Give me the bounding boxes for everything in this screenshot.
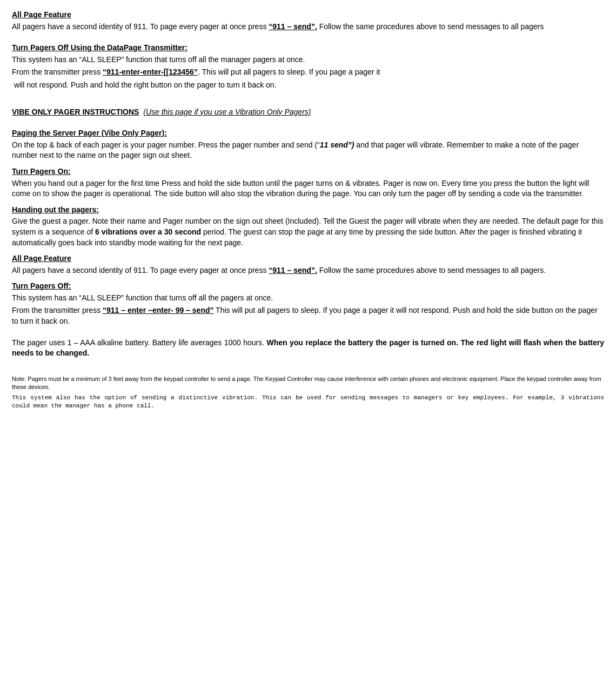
command-vibe-off: “911 – enter –enter- 99 – send” [103, 306, 213, 314]
turn-off-datapage-para3: will not respond. Push and hold the righ… [12, 80, 604, 91]
command-911-send-1: “911 – send”. [269, 22, 317, 31]
turn-off-vibe-para2: From the transmitter press “911 – enter … [12, 305, 604, 326]
paging-server-para: On the top & back of each pager is your … [12, 140, 604, 161]
turn-off-datapage-para1: This system has an “ALL SLEEP” function … [12, 55, 604, 65]
battery-para: The pager uses 1 – AAA alkaline battery.… [12, 338, 604, 359]
section-battery-info: The pager uses 1 – AAA alkaline battery.… [12, 338, 604, 359]
note-para1: Note: Pagers must be a minimum of 3 feet… [12, 375, 604, 392]
handing-out-para: Give the guest a pager. Note their name … [12, 216, 604, 248]
all-page-feature-1-para: All pagers have a second identity of 911… [12, 22, 604, 32]
turn-pagers-on-para: When you hand out a pager for the first … [12, 178, 604, 199]
section-title-all-page-feature-1: All Page Feature [12, 10, 604, 21]
section-vibe-only-header: VIBE ONLY PAGER INSTRUCTIONS (Use this p… [12, 107, 604, 118]
turn-off-datapage-para2: From the transmitter press “911-enter-en… [12, 67, 604, 78]
section-title-paging-server: Paging the Server Pager (Vibe Only Pager… [12, 128, 604, 139]
command-datapage: “911-enter-enter-[[123456” [103, 68, 198, 76]
vibe-only-subtitle: (Use this page if you use a Vibration On… [143, 108, 311, 116]
section-turn-pagers-off-vibe: Turn Pagers Off: This system has an “ALL… [12, 281, 604, 326]
all-page-feature-2-para: All pagers have a second identity of 911… [12, 265, 604, 276]
section-paging-server-pager: Paging the Server Pager (Vibe Only Pager… [12, 128, 604, 161]
command-11-send: 11 send”) [320, 140, 354, 149]
command-911-send-2: “911 – send”. [269, 266, 317, 274]
section-title-turn-off-datapage: Turn Pagers Off Using the DataPage Trans… [12, 43, 604, 53]
section-turn-pagers-on: Turn Pagers On: When you hand out a page… [12, 166, 604, 199]
section-handing-out-pagers: Handing out the pagers: Give the guest a… [12, 205, 604, 248]
section-notes: Note: Pagers must be a minimum of 3 feet… [12, 375, 604, 411]
section-title-turn-on: Turn Pagers On: [12, 166, 604, 177]
vibe-only-title: VIBE ONLY PAGER INSTRUCTIONS [12, 108, 139, 116]
vibration-sequence: 6 vibrations over a 30 second [95, 227, 201, 236]
section-title-turn-off-vibe: Turn Pagers Off: [12, 281, 604, 292]
section-all-page-feature-1: All Page Feature All pagers have a secon… [12, 10, 604, 32]
battery-warning: When you replace the battery the pager i… [12, 338, 604, 358]
section-turn-pagers-off-datapage: Turn Pagers Off Using the DataPage Trans… [12, 43, 604, 90]
turn-off-vibe-para1: This system has an “ALL SLEEP” function … [12, 293, 604, 304]
section-title-all-page-feature-2: All Page Feature [12, 253, 604, 264]
section-title-handing-out: Handing out the pagers: [12, 205, 604, 216]
note-para2: This system also has the option of sendi… [12, 394, 604, 411]
section-all-page-feature-2: All Page Feature All pagers have a secon… [12, 253, 604, 276]
